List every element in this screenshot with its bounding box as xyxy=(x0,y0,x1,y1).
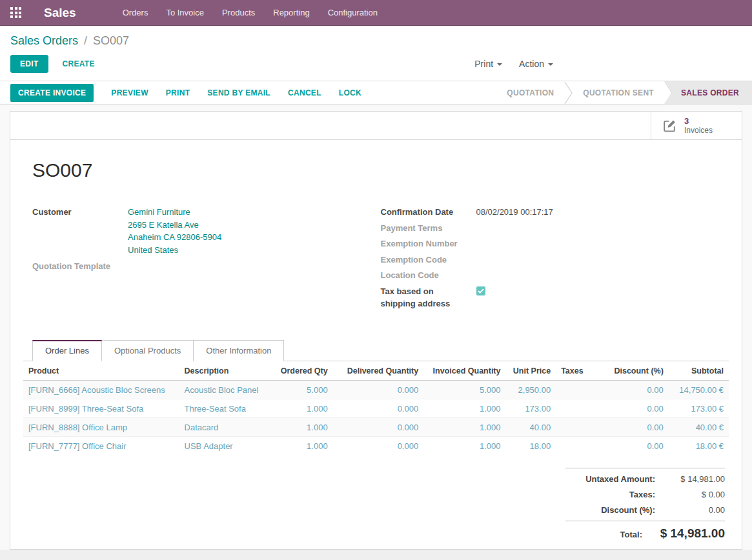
cell-taxes xyxy=(556,399,598,418)
customer-label: Customer xyxy=(32,206,128,256)
confirmation-date-label: Confirmation Date xyxy=(381,206,476,218)
cell-subtotal: 173.00 € xyxy=(669,399,729,418)
cell-product: [FURN_8999] Three-Seat Sofa xyxy=(23,399,179,418)
print-dropdown-label: Print xyxy=(474,59,493,69)
customer-name-link[interactable]: Gemini Furniture xyxy=(128,206,221,219)
cell-discount: 0.00 xyxy=(599,418,669,437)
col-unit-price: Unit Price xyxy=(506,361,556,381)
cell-product: [FURN_8888] Office Lamp xyxy=(23,418,179,437)
col-delivered-qty: Delivered Quantity xyxy=(333,361,424,381)
totals-panel: Untaxed Amount: $ 14,981.00 Taxes: $ 0.0… xyxy=(565,468,725,541)
tab-other-information[interactable]: Other Information xyxy=(194,340,284,361)
field-location-code: Location Code xyxy=(381,269,729,281)
print-button[interactable]: PRINT xyxy=(166,88,190,97)
cell-invoiced-qty: 1.000 xyxy=(423,399,505,418)
cell-delivered-qty: 0.000 xyxy=(333,418,424,437)
breadcrumb-current: SO007 xyxy=(93,34,129,47)
menu-orders[interactable]: Orders xyxy=(114,0,158,26)
cell-product: [FURN_6666] Acoustic Bloc Screens xyxy=(23,381,179,399)
action-dropdown[interactable]: Action xyxy=(519,59,553,69)
print-dropdown[interactable]: Print xyxy=(474,59,502,69)
customer-street-link[interactable]: 2695 E Katella Ave xyxy=(128,219,221,232)
discount-label: Discount (%): xyxy=(601,505,655,515)
discount-value: 0.00 xyxy=(655,505,725,515)
cell-subtotal: 14,750.00 € xyxy=(669,381,729,399)
customer-country-link[interactable]: United States xyxy=(128,244,221,257)
pencil-square-icon xyxy=(662,117,678,134)
notebook: Order Lines Optional Products Other Info… xyxy=(23,340,729,541)
menu-configuration[interactable]: Configuration xyxy=(319,0,387,26)
location-code-label: Location Code xyxy=(381,269,476,281)
cell-invoiced-qty: 5.000 xyxy=(423,381,505,399)
app-title[interactable]: Sales xyxy=(44,6,76,20)
total-label: Total: xyxy=(620,530,642,539)
stage-quotation-sent[interactable]: QUOTATION SENT xyxy=(573,81,664,104)
order-lines-table: Product Description Ordered Qty Delivere… xyxy=(23,361,729,455)
customer-city-link[interactable]: Anaheim CA 92806-5904 xyxy=(128,231,221,244)
table-row[interactable]: [FURN_7777] Office Chair USB Adapter 1.0… xyxy=(23,437,729,455)
invoices-count: 3 xyxy=(684,117,713,126)
table-row[interactable]: [FURN_6666] Acoustic Bloc Screens Acoust… xyxy=(23,381,729,399)
col-taxes: Taxes xyxy=(556,361,598,381)
table-header-row: Product Description Ordered Qty Delivere… xyxy=(23,361,729,381)
breadcrumb-sales-orders[interactable]: Sales Orders xyxy=(10,34,78,47)
col-description: Description xyxy=(179,361,268,381)
preview-button[interactable]: PREVIEW xyxy=(111,88,148,97)
create-invoice-button[interactable]: CREATE INVOICE xyxy=(10,84,94,102)
exemption-code-label: Exemption Code xyxy=(381,254,476,266)
col-product: Product xyxy=(23,361,179,381)
cell-delivered-qty: 0.000 xyxy=(333,381,424,399)
edit-button[interactable]: EDIT xyxy=(10,55,48,73)
send-by-email-button[interactable]: SEND BY EMAIL xyxy=(207,88,270,97)
cell-taxes xyxy=(556,437,598,455)
menu-products[interactable]: Products xyxy=(213,0,264,26)
stage-sales-order[interactable]: SALES ORDER xyxy=(664,81,752,104)
table-row[interactable]: [FURN_8888] Office Lamp Datacard 1.000 0… xyxy=(23,418,729,437)
cancel-button[interactable]: CANCEL xyxy=(288,88,321,97)
cell-discount: 0.00 xyxy=(599,399,669,418)
caret-down-icon xyxy=(548,63,553,66)
menu-to-invoice[interactable]: To Invoice xyxy=(157,0,213,26)
cell-description: Datacard xyxy=(179,418,268,437)
untaxed-amount-value: $ 14,981.00 xyxy=(655,474,725,484)
col-discount: Discount (%) xyxy=(599,361,669,381)
quotation-template-label: Quotation Template xyxy=(32,260,128,272)
menu-reporting[interactable]: Reporting xyxy=(264,0,318,26)
cell-subtotal: 18.00 € xyxy=(669,437,729,455)
page-footer-strip xyxy=(0,550,752,560)
field-exemption-code: Exemption Code xyxy=(381,254,729,266)
invoices-smart-button[interactable]: 3 Invoices xyxy=(651,112,742,139)
breadcrumb-separator: / xyxy=(84,34,87,47)
table-row[interactable]: [FURN_8999] Three-Seat Sofa Three-Seat S… xyxy=(23,399,729,418)
tax-shipping-checkbox[interactable] xyxy=(476,286,485,295)
cell-ordered-qty: 1.000 xyxy=(268,399,333,418)
breadcrumb: Sales Orders / SO007 xyxy=(10,34,742,48)
cell-product: [FURN_7777] Office Chair xyxy=(23,437,179,455)
form-statusbar: CREATE INVOICE PREVIEW PRINT SEND BY EMA… xyxy=(0,81,752,105)
chevron-right-icon xyxy=(564,81,573,105)
lock-button[interactable]: LOCK xyxy=(339,88,361,97)
field-tax-shipping: Tax based on shipping address xyxy=(381,285,729,310)
cell-unit-price: 40.00 xyxy=(506,418,556,437)
stage-quotation[interactable]: QUOTATION xyxy=(496,81,564,104)
cell-unit-price: 2,950.00 xyxy=(506,381,556,399)
untaxed-amount-label: Untaxed Amount: xyxy=(585,474,655,484)
button-box: 3 Invoices xyxy=(10,112,742,140)
page-title: SO007 xyxy=(32,159,729,181)
cell-invoiced-qty: 1.000 xyxy=(423,418,505,437)
apps-grid-icon[interactable] xyxy=(10,7,21,18)
cell-discount: 0.00 xyxy=(599,437,669,455)
taxes-label: Taxes: xyxy=(629,490,655,499)
payment-terms-label: Payment Terms xyxy=(381,222,476,234)
tab-optional-products[interactable]: Optional Products xyxy=(102,340,194,361)
field-confirmation-date: Confirmation Date 08/02/2019 00:17:17 xyxy=(381,206,729,218)
form-sheet: 3 Invoices SO007 Customer Gemini Furnitu… xyxy=(10,111,742,550)
navbar-menus: Orders To Invoice Products Reporting Con… xyxy=(114,0,387,26)
cell-unit-price: 173.00 xyxy=(506,399,556,418)
field-customer: Customer Gemini Furniture 2695 E Katella… xyxy=(32,206,381,256)
create-button[interactable]: CREATE xyxy=(60,55,97,72)
tab-order-lines[interactable]: Order Lines xyxy=(32,340,102,361)
taxes-value: $ 0.00 xyxy=(655,490,725,499)
col-subtotal: Subtotal xyxy=(669,361,729,381)
cell-description: USB Adapter xyxy=(179,437,268,455)
